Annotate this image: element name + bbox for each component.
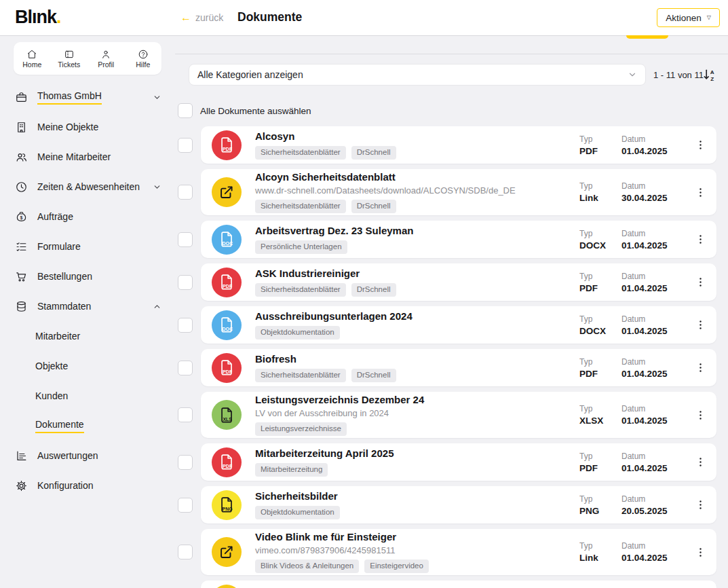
sidebar-item-dokumente[interactable]: Dokumente — [0, 411, 175, 441]
external-link-icon — [212, 585, 242, 588]
sidebar: Home Tickets Profil Hilfe Thomas GmbHMei… — [0, 35, 175, 588]
sidebar-item-kunden[interactable]: Kunden — [0, 381, 175, 411]
type-label: Typ — [579, 314, 612, 324]
document-row: XLS Leistungsverzeichnis Dezember 24LV v… — [178, 392, 716, 438]
row-checkbox[interactable] — [178, 361, 193, 375]
sidebar-nav: Thomas GmbHMeine ObjekteMeine Mitarbeite… — [0, 82, 175, 500]
row-checkbox[interactable] — [178, 275, 193, 290]
row-checkbox[interactable] — [178, 185, 193, 200]
document-card[interactable]: PDF Mitarbeiterzeitung April 2025Mitarbe… — [201, 443, 716, 481]
document-title: Leistungsverzeichnis Dezember 24 — [255, 394, 579, 407]
document-card[interactable]: PDF AlcosynSicherheitsdatenblätterDrSchn… — [201, 126, 716, 164]
row-checkbox[interactable] — [178, 318, 193, 333]
quick-nav-label: Tickets — [58, 60, 80, 69]
sidebar-item-meine-objekte[interactable]: Meine Objekte — [0, 112, 175, 142]
document-title: ASK Industriereiniger — [255, 268, 579, 280]
sidebar-item-aufträge[interactable]: $Aufträge — [0, 202, 175, 232]
type-value: DOCX — [579, 326, 612, 336]
quick-nav-profil[interactable]: Profil — [88, 49, 124, 69]
row-menu-button[interactable] — [693, 499, 707, 511]
sidebar-item-label: Bestellungen — [37, 271, 92, 282]
document-list: PDF AlcosynSicherheitsdatenblätterDrSchn… — [178, 126, 716, 588]
row-menu-button[interactable] — [693, 409, 707, 421]
document-card[interactable]: DOC Ausschreibungsunterlagen 2024Objektd… — [201, 306, 716, 344]
pagination-label: 1 - 11 von 11 — [653, 64, 704, 86]
row-menu-button[interactable] — [693, 276, 707, 288]
svg-text:DOC: DOC — [222, 241, 233, 246]
date-label: Datum — [621, 272, 684, 281]
tag-chip: Leistungsverzeichnisse — [255, 422, 347, 436]
back-button[interactable]: ← zurück — [180, 12, 223, 24]
row-menu-button[interactable] — [693, 362, 707, 373]
quick-nav-home[interactable]: Home — [14, 49, 50, 69]
category-filter-select[interactable]: Alle Kategorien anzeigen — [189, 64, 646, 86]
date-label: Datum — [621, 452, 684, 461]
sort-alphabetical-button[interactable]: A Z — [702, 67, 716, 82]
chevron-down-icon — [153, 183, 161, 191]
document-card[interactable]: Alcoyn Sicherheitsdatenblattwww.dr-schne… — [201, 169, 716, 215]
chevron-down-icon: ▽ — [707, 15, 711, 20]
chevron-down-icon — [628, 70, 637, 79]
date-label: Datum — [621, 181, 684, 191]
sidebar-item-bestellungen[interactable]: Bestellungen — [0, 261, 175, 291]
quick-nav-tickets[interactable]: Tickets — [51, 49, 88, 69]
row-menu-button[interactable] — [693, 187, 707, 198]
document-row: DOC Ausschreibungsunterlagen 2024Objektd… — [178, 306, 716, 344]
pdf-file-icon: PDF — [212, 268, 242, 297]
quick-nav-hilfe[interactable]: Hilfe — [125, 49, 161, 69]
database-icon — [15, 300, 28, 313]
sidebar-item-konfiguration[interactable]: Konfiguration — [0, 471, 175, 500]
sidebar-item-objekte[interactable]: Objekte — [0, 351, 175, 381]
type-value: Link — [579, 193, 612, 203]
document-title: Ausschreibungsunterlagen 2024 — [255, 310, 579, 323]
row-checkbox[interactable] — [178, 232, 193, 247]
gear-icon — [15, 479, 28, 492]
document-card[interactable]: PDF ASK IndustriereinigerSicherheitsdate… — [201, 263, 716, 301]
row-menu-button[interactable] — [693, 319, 707, 331]
row-menu-button[interactable] — [693, 139, 707, 151]
document-card[interactable]: Video Blink me für Einsteigervimeo.com/8… — [201, 529, 716, 575]
sidebar-item-mitarbeiter[interactable]: Mitarbeiter — [0, 321, 175, 351]
actions-button[interactable]: Aktionen ▽ — [657, 8, 720, 27]
tag-list: SicherheitsdatenblätterDrSchnell — [255, 369, 579, 382]
document-card[interactable]: DOC Arbeitsvertrag Dez. 23 SuleymanPersö… — [201, 221, 716, 258]
type-value: PDF — [579, 283, 612, 293]
sidebar-item-label: Meine Objekte — [37, 122, 98, 132]
sidebar-item-thomas-gmbh[interactable]: Thomas GmbH — [0, 82, 175, 112]
date-label: Datum — [621, 404, 684, 414]
sidebar-item-auswertungen[interactable]: Auswertungen — [0, 441, 175, 471]
sidebar-item-label: Zeiten & Abwesenheiten — [37, 181, 140, 192]
row-checkbox[interactable] — [178, 545, 193, 559]
row-menu-button[interactable] — [693, 456, 707, 468]
date-value: 01.04.2025 — [621, 553, 684, 563]
actions-button-label: Aktionen — [666, 13, 702, 23]
sidebar-item-formulare[interactable]: Formulare — [0, 232, 175, 261]
document-card[interactable]: PNG SicherheitsbilderObjektdokumentation… — [201, 486, 716, 523]
tag-list: Mitarbeiterzeitung — [255, 463, 579, 477]
row-checkbox[interactable] — [178, 498, 193, 513]
sidebar-item-zeiten-abwesenheiten[interactable]: Zeiten & Abwesenheiten — [0, 172, 175, 202]
row-menu-button[interactable] — [693, 547, 707, 558]
tag-list: Leistungsverzeichnisse — [255, 422, 579, 436]
row-checkbox[interactable] — [178, 138, 193, 153]
tag-chip: Sicherheitsdatenblätter — [255, 146, 346, 160]
row-menu-button[interactable] — [693, 234, 707, 245]
xls-file-icon: XLS — [212, 400, 242, 430]
sidebar-item-stammdaten[interactable]: Stammdaten — [0, 291, 175, 321]
document-card[interactable] — [201, 581, 716, 588]
document-title: Mitarbeiterzeitung April 2025 — [255, 447, 579, 460]
brand-logo: Blınk. — [15, 7, 61, 28]
document-card[interactable]: PDF BiofreshSicherheitsdatenblätterDrSch… — [201, 349, 716, 386]
document-card[interactable]: XLS Leistungsverzeichnis Dezember 24LV v… — [201, 392, 716, 438]
svg-text:$: $ — [20, 215, 23, 221]
date-label: Datum — [621, 229, 684, 238]
select-all-checkbox[interactable] — [178, 103, 193, 118]
tag-chip: Sicherheitsdatenblätter — [255, 200, 346, 213]
row-checkbox[interactable] — [178, 455, 193, 470]
money-bag-icon: $ — [15, 210, 28, 223]
sidebar-item-meine-mitarbeiter[interactable]: Meine Mitarbeiter — [0, 142, 175, 172]
tag-chip: Objektdokumentation — [255, 326, 340, 339]
row-checkbox[interactable] — [178, 407, 193, 422]
sidebar-item-label: Kunden — [35, 390, 68, 401]
search-button-partial[interactable] — [626, 35, 668, 39]
